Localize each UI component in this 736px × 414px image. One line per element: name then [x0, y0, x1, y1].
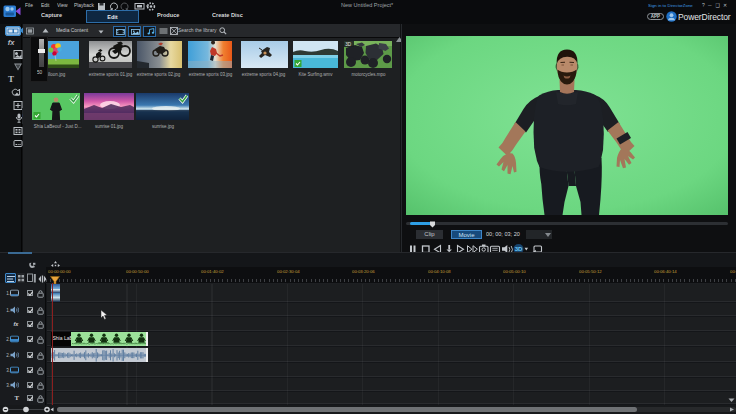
svg-text:3D: 3D — [345, 42, 352, 47]
